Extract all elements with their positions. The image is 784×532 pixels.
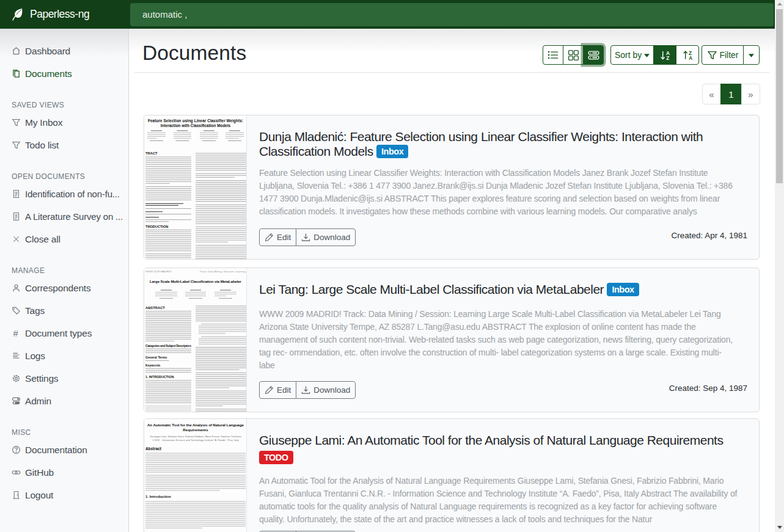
svg-text:Requirements: Requirements bbox=[183, 428, 208, 432]
svg-text:Track: Data Mining / Session:: Track: Data Mining / Session: Learning bbox=[200, 270, 246, 273]
svg-text:WWW 2009 MADRID!: WWW 2009 MADRID! bbox=[145, 270, 172, 273]
svg-text:General Terms: General Terms bbox=[145, 355, 167, 359]
svg-text:Categories and Subject Descrip: Categories and Subject Descriptors bbox=[145, 344, 191, 348]
svg-text:Keywords: Keywords bbox=[145, 363, 161, 367]
svg-text:A: A bbox=[689, 55, 692, 61]
svg-text:ABSTRACT: ABSTRACT bbox=[145, 306, 165, 310]
svg-text:Interaction with Classificatio: Interaction with Classification Models bbox=[161, 123, 231, 128]
svg-text:C.N.R. - Information Science a: C.N.R. - Information Science and Technol… bbox=[152, 439, 239, 442]
svg-text:An Automatic Tool for the Anal: An Automatic Tool for the Analysis of Na… bbox=[147, 423, 244, 427]
svg-text:Giuseppe Lami, Stefania Gnesi,: Giuseppe Lami, Stefania Gnesi, Fabrizio … bbox=[150, 435, 241, 438]
svg-text:Abstract: Abstract bbox=[145, 446, 162, 451]
svg-text:TRODUCTION: TRODUCTION bbox=[145, 225, 168, 228]
svg-text:1. INTRODUCTION: 1. INTRODUCTION bbox=[145, 375, 174, 379]
svg-text:1. Introduction: 1. Introduction bbox=[145, 495, 171, 498]
svg-text:TRACT: TRACT bbox=[145, 151, 158, 155]
svg-text:Feature Selection using Linear: Feature Selection using Linear Classifie… bbox=[148, 118, 243, 123]
svg-text:Large Scale Multi-Label Classi: Large Scale Multi-Label Classification v… bbox=[150, 279, 242, 283]
svg-text:Z: Z bbox=[666, 55, 669, 61]
svg-text:#: # bbox=[13, 329, 18, 338]
